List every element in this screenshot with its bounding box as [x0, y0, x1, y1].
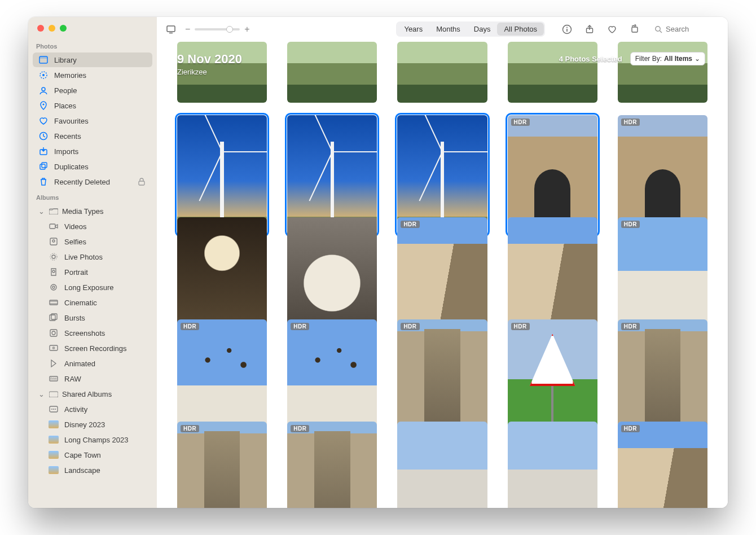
livephoto-icon: [49, 252, 59, 262]
header-photo[interactable]: [287, 42, 377, 103]
animated-icon: [49, 358, 59, 369]
sidebar-item-label: Long Champs 2023: [64, 436, 147, 444]
hdr-badge: HDR: [401, 221, 419, 228]
sidebar-item-recently-deleted[interactable]: Recently Deleted: [33, 174, 152, 189]
photo-thumbnail[interactable]: HDR: [287, 422, 377, 508]
hdr-badge: HDR: [621, 323, 640, 330]
header-photo[interactable]: [508, 42, 597, 103]
svg-rect-13: [50, 238, 57, 245]
aspect-toggle-button[interactable]: [165, 23, 177, 36]
photo-thumbnail[interactable]: [508, 422, 597, 508]
fullscreen-window-button[interactable]: [60, 25, 67, 32]
sidebar-item-bursts[interactable]: Bursts: [33, 310, 152, 325]
sidebar-item-animated[interactable]: Animated: [33, 356, 152, 371]
svg-point-44: [656, 26, 660, 30]
svg-rect-12: [50, 224, 55, 229]
view-segmented-control[interactable]: YearsMonthsDaysAll Photos: [396, 21, 545, 37]
sidebar-item-favourites[interactable]: Favourites: [33, 113, 152, 128]
sidebar-item-activity[interactable]: Activity: [33, 402, 152, 416]
rotate-button[interactable]: [628, 23, 641, 36]
filter-button[interactable]: Filter By: All Items ⌄: [630, 52, 705, 65]
share-button[interactable]: [583, 23, 596, 36]
sidebar-item-videos[interactable]: Videos: [33, 219, 152, 234]
zoom-knob[interactable]: [226, 26, 233, 33]
svg-rect-20: [50, 300, 58, 305]
sidebar-item-label: RAW: [64, 375, 147, 383]
svg-point-3: [42, 74, 45, 76]
longexposure-icon: [49, 282, 59, 292]
sidebar-item-label: Activity: [64, 405, 147, 414]
zoom-out-label: −: [185, 24, 190, 34]
svg-point-17: [52, 270, 55, 273]
zoom-track[interactable]: [195, 28, 240, 30]
duplicates-icon: [38, 161, 49, 172]
photo-thumbnail[interactable]: [397, 422, 487, 508]
svg-point-34: [53, 409, 54, 410]
thumb: [49, 450, 59, 460]
sidebar-item-long-exposure[interactable]: Long Exposure: [33, 280, 152, 295]
sidebar-item-cinematic[interactable]: Cinematic: [33, 295, 152, 310]
video-icon: [49, 221, 59, 231]
svg-point-5: [42, 103, 44, 105]
portrait-icon: [49, 267, 59, 277]
minimize-window-button[interactable]: [49, 25, 55, 32]
segment-months[interactable]: Months: [429, 23, 467, 36]
sidebar-item-label: Cape Town: [64, 451, 147, 459]
search-icon: [654, 25, 662, 33]
search-input[interactable]: [666, 25, 711, 33]
sidebar-item-cape-town[interactable]: Cape Town: [33, 448, 152, 462]
svg-point-16: [50, 253, 57, 260]
sidebar-item-places[interactable]: Places: [33, 98, 152, 113]
sidebar-item-duplicates[interactable]: Duplicates: [33, 159, 152, 174]
toolbar-actions: [553, 23, 644, 36]
sidebar-item-selfies[interactable]: Selfies: [33, 234, 152, 249]
segment-days[interactable]: Days: [467, 23, 498, 36]
sidebar-item-label: Library: [54, 56, 147, 64]
zoom-slider[interactable]: − +: [185, 24, 250, 34]
sidebar-item-label: Portrait: [64, 268, 147, 277]
sidebar-item-label: Videos: [64, 222, 147, 231]
header-photo[interactable]: [397, 42, 487, 103]
sidebar-item-live-photos[interactable]: Live Photos: [33, 249, 152, 264]
sidebar-item-disney-2023[interactable]: Disney 2023: [33, 417, 152, 432]
sidebar-item-label: Recents: [54, 132, 147, 141]
photo-thumbnail[interactable]: HDR: [618, 422, 707, 508]
segment-years[interactable]: Years: [397, 23, 429, 36]
sidebar-group-shared-albums[interactable]: ⌄ Shared Albums: [33, 387, 152, 401]
sidebar-item-screen-recordings[interactable]: Screen Recordings: [33, 341, 152, 356]
sidebar-item-raw[interactable]: RAWRAW: [33, 371, 152, 386]
sidebar-item-library[interactable]: Library: [33, 52, 152, 67]
sidebar-item-long-champs-2023[interactable]: Long Champs 2023: [33, 432, 152, 447]
hdr-badge: HDR: [291, 425, 309, 432]
filter-value: All Items: [664, 55, 692, 63]
svg-point-28: [52, 347, 55, 349]
sidebar-item-imports[interactable]: Imports: [33, 144, 152, 159]
sidebar-item-label: Screen Recordings: [64, 344, 147, 353]
hdr-badge: HDR: [511, 323, 530, 330]
hdr-badge: HDR: [401, 323, 419, 330]
favourite-button[interactable]: [606, 23, 618, 36]
lock-icon: [137, 177, 147, 187]
trash-icon: [38, 177, 49, 187]
close-window-button[interactable]: [37, 25, 44, 32]
sidebar-item-landscape[interactable]: Landscape: [33, 463, 152, 477]
sidebar-item-label: Imports: [54, 147, 147, 156]
sidebar-item-people[interactable]: People: [33, 83, 152, 98]
content-area[interactable]: 9 Nov 2020 Zierikzee 4 Photos Selected F…: [157, 42, 728, 508]
chevron-down-icon: ⌄: [38, 207, 45, 216]
segment-all-photos[interactable]: All Photos: [497, 23, 544, 36]
photo-thumbnail[interactable]: HDR: [177, 422, 267, 508]
sidebar-group-media-types[interactable]: ⌄ Media Types: [33, 204, 152, 218]
hdr-badge: HDR: [181, 425, 199, 432]
sidebar-item-label: Cinematic: [64, 299, 147, 307]
sidebar-scroll[interactable]: Photos LibraryMemoriesPeoplePlacesFavour…: [28, 38, 157, 508]
places-icon: [38, 100, 49, 111]
memories-icon: [38, 70, 49, 80]
sidebar-item-screenshots[interactable]: Screenshots: [33, 326, 152, 340]
sidebar-item-recents[interactable]: Recents: [33, 129, 152, 143]
sidebar-item-portrait[interactable]: Portrait: [33, 265, 152, 279]
sidebar-item-memories[interactable]: Memories: [33, 68, 152, 82]
search-field[interactable]: [652, 23, 720, 36]
header-photo[interactable]: [618, 42, 707, 103]
info-button[interactable]: [561, 23, 573, 36]
